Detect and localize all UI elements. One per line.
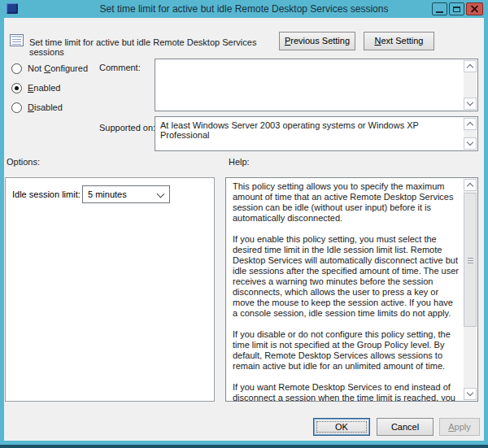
- chevron-down-icon: [157, 190, 165, 198]
- idle-session-limit-dropdown[interactable]: 5 minutes: [82, 185, 170, 203]
- scroll-down-button[interactable]: [464, 388, 477, 400]
- apply-button: Apply: [439, 418, 480, 436]
- supported-on-label: Supported on:: [99, 123, 155, 133]
- comment-label: Comment:: [99, 63, 141, 72]
- window-border-right: [484, 18, 488, 441]
- maximize-icon: [453, 7, 460, 12]
- scrollbar-grip-icon: [468, 260, 473, 261]
- window-border-left: [0, 18, 4, 441]
- help-panel[interactable]: This policy setting allows you to specif…: [225, 177, 478, 402]
- window-title: Set time limit for active but idle Remot…: [0, 0, 488, 18]
- chevron-down-icon: [467, 99, 473, 106]
- cancel-button[interactable]: Cancel: [377, 418, 434, 436]
- next-setting-button[interactable]: Next Setting: [364, 32, 434, 50]
- comment-scrollbar[interactable]: [464, 60, 477, 110]
- radio-circle[interactable]: [11, 83, 22, 94]
- radio-circle[interactable]: [11, 63, 22, 74]
- chevron-up-icon: [467, 183, 473, 189]
- chevron-up-icon: [467, 122, 473, 128]
- supported-on-value: At least Windows Server 2003 operating s…: [160, 120, 461, 140]
- ok-button[interactable]: OK: [313, 418, 370, 436]
- window-border-shadow: [0, 445, 488, 448]
- maximize-button[interactable]: [449, 2, 464, 15]
- radio-not-configured-label: Not Configured: [28, 63, 88, 73]
- help-section-label: Help:: [229, 157, 250, 167]
- policy-setting-title: Set time limit for active but idle Remot…: [29, 37, 277, 57]
- comment-input[interactable]: [155, 59, 478, 111]
- help-text: This policy setting allows you to specif…: [226, 178, 464, 401]
- minimize-icon: [436, 11, 443, 13]
- radio-disabled-label: Disabled: [28, 102, 63, 112]
- scrollbar-thumb[interactable]: [464, 193, 477, 327]
- supported-scrollbar[interactable]: [464, 118, 477, 150]
- close-button[interactable]: [466, 2, 483, 15]
- options-panel: Idle session limit: 5 minutes: [5, 177, 215, 402]
- policy-setting-icon: [10, 34, 24, 46]
- chevron-down-icon: [467, 139, 473, 146]
- policy-setting-dialog: Set time limit for active but idle Remot…: [0, 0, 488, 448]
- scroll-up-button[interactable]: [464, 179, 477, 191]
- supported-on-field: At least Windows Server 2003 operating s…: [155, 116, 478, 151]
- scroll-up-button[interactable]: [464, 118, 477, 130]
- scroll-down-button[interactable]: [464, 98, 477, 110]
- radio-enabled-label: Enabled: [28, 83, 60, 93]
- chevron-up-icon: [467, 64, 473, 71]
- idle-session-limit-label: Idle session limit:: [12, 189, 81, 199]
- dropdown-selected-value: 5 minutes: [88, 189, 127, 199]
- radio-circle[interactable]: [11, 102, 22, 113]
- chevron-down-icon: [467, 389, 473, 396]
- scroll-down-button[interactable]: [464, 137, 477, 150]
- minimize-button[interactable]: [432, 2, 447, 15]
- previous-setting-button[interactable]: Previous Setting: [279, 32, 355, 50]
- options-section-label: Options:: [7, 157, 40, 167]
- help-scrollbar[interactable]: [464, 179, 477, 400]
- scroll-up-button[interactable]: [464, 60, 477, 72]
